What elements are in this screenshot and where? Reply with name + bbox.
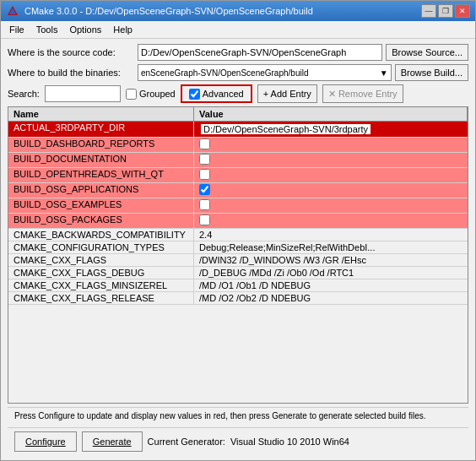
close-button[interactable]: ✕ <box>455 4 470 18</box>
value-cell: /MD /O2 /Ob2 /D NDEBUG <box>194 292 468 304</box>
content-area: Where is the source code: Browse Source.… <box>1 39 475 460</box>
table-row[interactable]: BUILD_OSG_APPLICATIONS <box>8 183 468 198</box>
search-input[interactable] <box>45 85 121 102</box>
title-bar-left: CMake 3.0.0 - D:/Dev/OpenSceneGraph-SVN/… <box>6 4 313 18</box>
value-cell[interactable] <box>194 198 468 213</box>
table-row[interactable]: BUILD_DOCUMENTATION <box>8 153 468 168</box>
table-row[interactable]: CMAKE_BACKWARDS_COMPATIBILITY2.4 <box>8 229 468 241</box>
table-row[interactable]: CMAKE_CXX_FLAGS/DWIN32 /D_WINDOWS /W3 /G… <box>8 254 468 267</box>
table-row[interactable]: ACTUAL_3RDPARTY_DIRD:/Dev/OpenSceneGraph… <box>8 122 468 138</box>
name-cell: CMAKE_CXX_FLAGS_MINSIZEREL <box>8 279 194 291</box>
main-window: CMake 3.0.0 - D:/Dev/OpenSceneGraph-SVN/… <box>0 0 476 461</box>
build-row: Where to build the binaries: enSceneGrap… <box>8 64 468 81</box>
value-checkbox[interactable] <box>199 154 210 165</box>
menu-bar: File Tools Options Help <box>1 21 475 39</box>
menu-tools[interactable]: Tools <box>31 23 63 36</box>
build-dropdown[interactable]: enSceneGraph-SVN/OpenSceneGraph/build ▼ <box>138 64 392 81</box>
table-row[interactable]: BUILD_OPENTHREADS_WITH_QT <box>8 168 468 183</box>
table-row[interactable]: CMAKE_CXX_FLAGS_RELEASE/MD /O2 /Ob2 /D N… <box>8 292 468 305</box>
window-title: CMake 3.0.0 - D:/Dev/OpenSceneGraph-SVN/… <box>24 6 313 16</box>
generator-value: Visual Studio 10 2010 Win64 <box>230 437 462 447</box>
restore-button[interactable]: ❐ <box>438 4 453 18</box>
name-cell: ACTUAL_3RDPARTY_DIR <box>8 122 194 137</box>
value-cell: 2.4 <box>194 229 468 241</box>
advanced-label: Advanced <box>203 89 244 99</box>
cmake-icon <box>6 4 19 18</box>
table-header: Name Value <box>8 107 468 122</box>
name-cell: BUILD_OPENTHREADS_WITH_QT <box>8 168 194 182</box>
browse-build-button[interactable]: Browse Build... <box>395 64 468 81</box>
dropdown-arrow-icon: ▼ <box>380 68 388 78</box>
value-checkbox[interactable] <box>199 214 210 225</box>
title-bar: CMake 3.0.0 - D:/Dev/OpenSceneGraph-SVN/… <box>1 1 475 21</box>
name-cell: CMAKE_CXX_FLAGS_RELEASE <box>8 292 194 304</box>
configure-button[interactable]: Configure <box>14 431 77 452</box>
value-cell[interactable] <box>194 183 468 198</box>
search-row: Search: Grouped Advanced + Add Entry ✕ R… <box>8 84 468 103</box>
name-cell: BUILD_DASHBOARD_REPORTS <box>8 138 194 152</box>
value-checkbox[interactable] <box>199 138 210 149</box>
name-cell: CMAKE_BACKWARDS_COMPATIBILITY <box>8 229 194 241</box>
build-label: Where to build the binaries: <box>8 68 134 78</box>
remove-entry-button[interactable]: ✕ Remove Entry <box>322 84 403 103</box>
bottom-bar: Configure Generate Current Generator: Vi… <box>8 427 468 455</box>
name-cell: CMAKE_CONFIGURATION_TYPES <box>8 241 194 253</box>
name-cell: CMAKE_CXX_FLAGS_DEBUG <box>8 267 194 279</box>
table-body[interactable]: ACTUAL_3RDPARTY_DIRD:/Dev/OpenSceneGraph… <box>8 122 468 403</box>
menu-options[interactable]: Options <box>64 23 106 36</box>
table-row[interactable]: CMAKE_CONFIGURATION_TYPESDebug;Release;M… <box>8 241 468 254</box>
value-column-header: Value <box>194 107 468 121</box>
menu-file[interactable]: File <box>4 23 30 36</box>
advanced-button[interactable]: Advanced <box>181 84 252 103</box>
value-checkbox[interactable] <box>199 169 210 180</box>
source-row: Where is the source code: Browse Source.… <box>8 44 468 61</box>
status-text: Press Configure to update and display ne… <box>8 407 468 424</box>
name-cell: BUILD_OSG_EXAMPLES <box>8 198 194 213</box>
table-row[interactable]: CMAKE_CXX_FLAGS_MINSIZEREL/MD /O1 /Ob1 /… <box>8 279 468 292</box>
value-cell: Debug;Release;MinSizeRel;RelWithDebI... <box>194 241 468 253</box>
generator-label: Current Generator: <box>148 437 225 447</box>
name-column-header: Name <box>8 107 194 121</box>
name-cell: BUILD_DOCUMENTATION <box>8 153 194 167</box>
source-input[interactable] <box>138 44 382 61</box>
advanced-checkbox[interactable] <box>189 89 200 100</box>
value-checkbox[interactable] <box>199 184 210 195</box>
generate-button[interactable]: Generate <box>82 431 143 452</box>
menu-help[interactable]: Help <box>108 23 138 36</box>
value-cell[interactable] <box>194 153 468 167</box>
build-value: enSceneGraph-SVN/OpenSceneGraph/build <box>141 68 308 78</box>
value-cell[interactable] <box>194 168 468 182</box>
name-cell: CMAKE_CXX_FLAGS <box>8 254 194 266</box>
value-cell[interactable] <box>194 138 468 152</box>
entries-table: Name Value ACTUAL_3RDPARTY_DIRD:/Dev/Ope… <box>8 106 468 404</box>
value-cell: /D_DEBUG /MDd /Zi /Ob0 /Od /RTC1 <box>194 267 468 279</box>
browse-source-button[interactable]: Browse Source... <box>386 44 468 61</box>
table-row[interactable]: CMAKE_CXX_FLAGS_DEBUG/D_DEBUG /MDd /Zi /… <box>8 267 468 279</box>
grouped-checkbox-group: Grouped <box>126 89 176 100</box>
grouped-checkbox[interactable] <box>126 89 137 100</box>
name-cell: BUILD_OSG_PACKAGES <box>8 214 194 228</box>
table-row[interactable]: BUILD_DASHBOARD_REPORTS <box>8 138 468 153</box>
value-cell[interactable] <box>194 214 468 228</box>
name-cell: BUILD_OSG_APPLICATIONS <box>8 183 194 198</box>
minimize-button[interactable]: — <box>421 4 436 18</box>
source-label: Where is the source code: <box>8 47 134 57</box>
add-entry-button[interactable]: + Add Entry <box>257 84 317 103</box>
grouped-label: Grouped <box>139 89 176 99</box>
highlighted-value: D:/Dev/OpenSceneGraph-SVN/3rdparty <box>199 122 372 136</box>
title-buttons: — ❐ ✕ <box>421 4 470 18</box>
search-label: Search: <box>8 89 40 99</box>
value-cell: /DWIN32 /D_WINDOWS /W3 /GR /EHsc <box>194 254 468 266</box>
table-row[interactable]: BUILD_OSG_PACKAGES <box>8 214 468 229</box>
table-row[interactable]: BUILD_OSG_EXAMPLES <box>8 198 468 214</box>
value-checkbox[interactable] <box>199 199 210 210</box>
value-cell: D:/Dev/OpenSceneGraph-SVN/3rdparty <box>194 122 468 137</box>
value-cell: /MD /O1 /Ob1 /D NDEBUG <box>194 279 468 291</box>
